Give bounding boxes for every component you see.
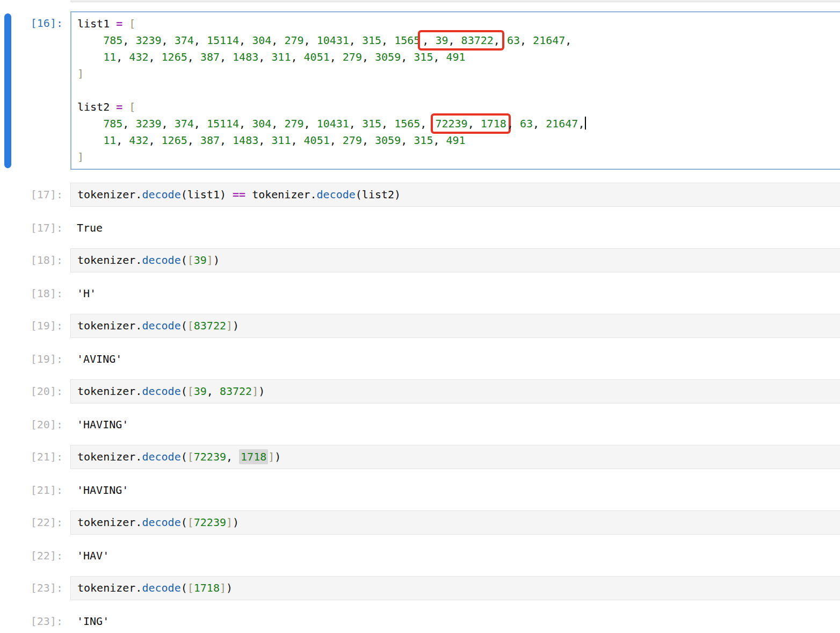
code-token: 304	[252, 117, 271, 130]
code-token: ,	[433, 51, 446, 63]
code-token: 1265	[162, 51, 187, 63]
code-token: tokenizer.	[77, 319, 142, 332]
code-token: 432	[129, 51, 148, 63]
cell-output-area: [20]:'HAVING'	[0, 416, 840, 433]
code-editor[interactable]: tokenizer.decode(list1) == tokenizer.dec…	[70, 183, 840, 207]
code-token: [	[129, 100, 135, 113]
code-token: ,	[494, 34, 500, 47]
code-token: 72239	[194, 516, 226, 529]
code-token: [	[187, 581, 194, 594]
code-token: ==	[233, 188, 245, 201]
code-token: 279	[284, 34, 303, 47]
code-token: ,	[330, 51, 343, 63]
code-token: ,	[258, 134, 271, 147]
code-token: 304	[252, 34, 271, 47]
code-token: [	[129, 17, 135, 30]
code-token: (list1)	[181, 188, 233, 201]
code-token: [	[187, 450, 194, 463]
output-text: 'AVING'	[70, 351, 840, 368]
code-token: decode	[142, 450, 180, 463]
output-text: 'HAVING'	[70, 416, 840, 433]
code-token: )	[233, 516, 239, 529]
code-token: (	[181, 581, 187, 594]
code-editor[interactable]: tokenizer.decode([72239])	[70, 510, 840, 535]
code-token: (list2)	[356, 188, 401, 201]
code-cell-16: [16]:list1 = [ 785, 3239, 374, 15114, 30…	[0, 11, 840, 170]
code-token: ]	[252, 385, 258, 398]
code-editor[interactable]: tokenizer.decode([39, 83722])	[70, 379, 840, 404]
code-token: 4051	[304, 134, 330, 147]
output-prompt: [20]:	[0, 416, 70, 433]
input-prompt: [21]:	[0, 445, 70, 469]
code-token: )	[226, 581, 233, 594]
cell-input-area: [16]:list1 = [ 785, 3239, 374, 15114, 30…	[0, 11, 840, 170]
code-token: tokenizer.	[245, 188, 316, 201]
code-token: 1265	[162, 134, 187, 147]
cell-input-area: [17]:tokenizer.decode(list1) == tokenize…	[0, 183, 840, 207]
code-token: ,	[194, 117, 207, 130]
code-token: ,	[239, 117, 252, 130]
code-token: 63	[520, 117, 533, 130]
code-token: 279	[343, 51, 362, 63]
code-token: 1718	[481, 117, 506, 130]
input-prompt: [20]:	[0, 379, 70, 404]
output-prompt: [23]:	[0, 613, 70, 630]
code-token: 3059	[375, 134, 401, 147]
code-token: 4051	[304, 51, 330, 63]
code-token: ,	[291, 51, 303, 63]
code-token: ,	[468, 117, 481, 130]
output-prompt: [18]:	[0, 285, 70, 302]
code-cell-20: [20]:tokenizer.decode([39, 83722])[20]:'…	[0, 379, 840, 433]
code-token: 387	[200, 134, 220, 147]
code-token: 83722	[220, 385, 252, 398]
output-prompt: [17]:	[0, 220, 70, 236]
code-token: 1483	[233, 134, 258, 147]
code-token: decode	[142, 581, 180, 594]
code-token: decode	[142, 319, 180, 332]
code-editor[interactable]: tokenizer.decode([1718])	[70, 576, 840, 600]
output-text: 'ING'	[70, 613, 840, 630]
code-token: (	[181, 385, 187, 398]
code-token: 39	[435, 34, 448, 47]
code-line: ]	[77, 66, 840, 82]
code-token	[77, 134, 103, 147]
notebook: [16]:list1 = [ 785, 3239, 374, 15114, 30…	[0, 0, 840, 630]
code-token	[77, 34, 103, 47]
code-token: 315	[362, 117, 381, 130]
code-token: )	[213, 254, 220, 267]
code-token: ,	[122, 117, 135, 130]
code-cell-22: [22]:tokenizer.decode([72239])[22]:'HAV'	[0, 510, 840, 564]
output-text: 'H'	[70, 285, 840, 302]
code-token: 11	[103, 134, 116, 147]
code-token: 374	[175, 34, 194, 47]
code-token: 1718	[239, 449, 268, 464]
code-token: (	[181, 254, 187, 267]
code-token: ,	[448, 34, 461, 47]
code-line: 785, 3239, 374, 15114, 304, 279, 10431, …	[77, 116, 840, 132]
input-prompt: [23]:	[0, 576, 70, 600]
code-token: =	[116, 17, 122, 30]
code-editor[interactable]: tokenizer.decode([72239, 1718])	[70, 445, 840, 469]
code-token: ,	[507, 117, 520, 130]
code-token: ,	[271, 117, 284, 130]
code-token: 491	[446, 134, 466, 147]
cell-input-area: [21]:tokenizer.decode([72239, 1718])	[0, 445, 840, 469]
code-token: decode	[142, 254, 180, 267]
code-line: ]	[77, 149, 840, 166]
annotation-box-red: 72239, 1718	[431, 113, 510, 134]
active-cell-collapser-bar[interactable]	[4, 13, 11, 168]
code-token: 279	[284, 117, 303, 130]
code-editor[interactable]: tokenizer.decode([39])	[70, 248, 840, 272]
code-editor[interactable]: tokenizer.decode([83722])	[70, 314, 840, 338]
code-token: 15114	[207, 34, 239, 47]
code-token: ,	[116, 51, 129, 63]
output-prompt: [19]:	[0, 351, 70, 368]
code-editor[interactable]: list1 = [ 785, 3239, 374, 15114, 304, 27…	[70, 11, 840, 170]
code-token: 374	[175, 117, 194, 130]
input-prompt: [18]:	[0, 248, 70, 272]
code-token: 785	[103, 117, 122, 130]
code-token: 83722	[461, 34, 494, 47]
code-token: 279	[343, 134, 362, 147]
code-cell-18: [18]:tokenizer.decode([39])[18]:'H'	[0, 248, 840, 302]
code-token: 1565	[394, 34, 420, 47]
